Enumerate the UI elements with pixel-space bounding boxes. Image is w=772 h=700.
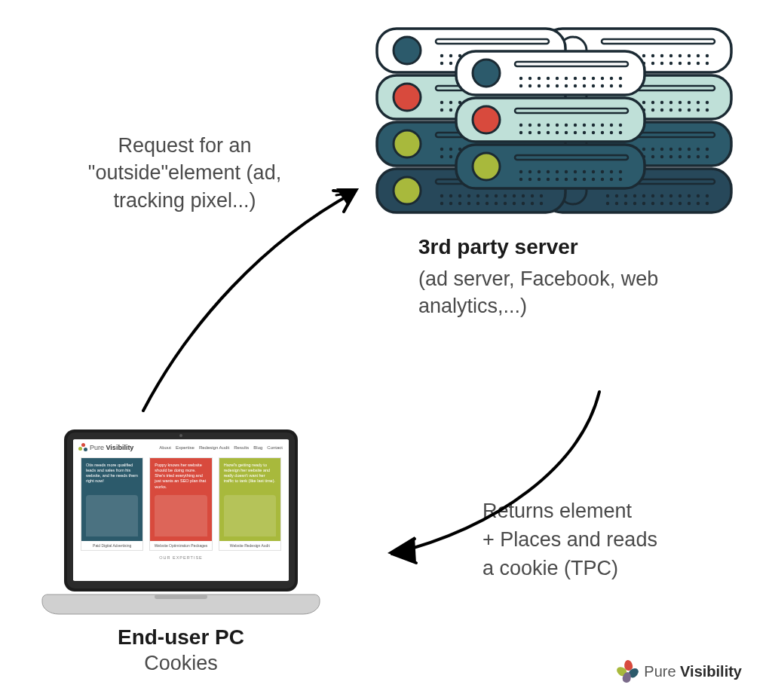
server-title: 3rd party server [418, 235, 578, 259]
mock-logo: Pure Visibility [79, 444, 133, 451]
svg-point-31 [179, 434, 182, 437]
logo-icon [618, 662, 638, 681]
svg-marker-33 [388, 536, 416, 564]
footer-logo: Pure Visibility [618, 662, 742, 681]
enduser-title: End-user PC [87, 625, 275, 650]
mock-section-heading: OUR EXPERTISE [73, 552, 289, 560]
server-subtitle: (ad server, Facebook, web analytics,...) [418, 265, 735, 320]
enduser-subtitle: Cookies [87, 652, 275, 675]
mock-card-3: Hazel's getting ready to redesign her we… [219, 457, 281, 551]
website-mock: Pure Visibility About Expertise Redesign… [73, 440, 289, 580]
svg-rect-30 [155, 595, 207, 599]
server-stack-illustration [358, 23, 743, 237]
request-label: Request for an "outside"element (ad, tra… [60, 132, 309, 214]
mock-card-1: Otis needs more qualified leads and sale… [81, 457, 143, 551]
mock-nav: About Expertise Redesign Audit Results B… [159, 445, 283, 450]
return-label: Returns element + Places and reads a coo… [482, 497, 731, 582]
mock-card-2: Poppy knows her website should be doing … [149, 457, 212, 551]
svg-marker-32 [336, 188, 359, 206]
